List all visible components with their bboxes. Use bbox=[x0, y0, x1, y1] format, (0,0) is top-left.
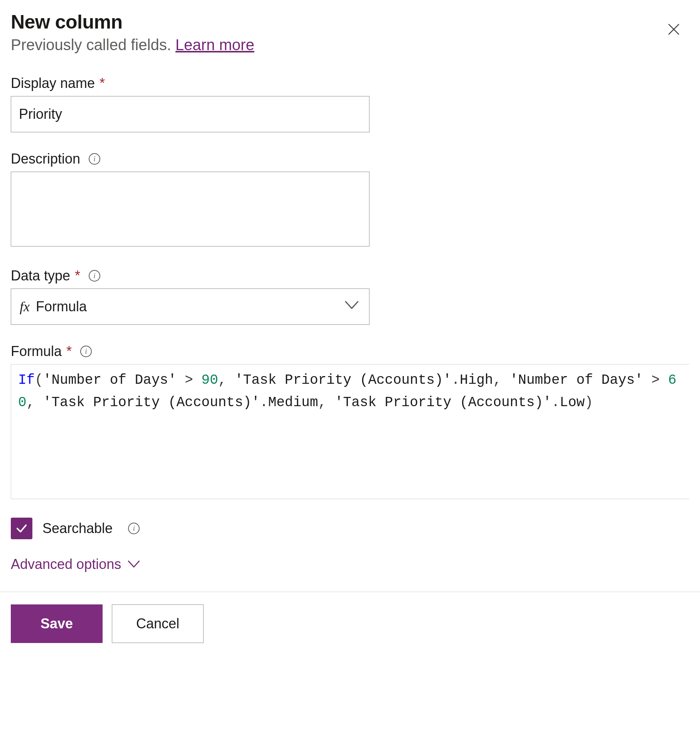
learn-more-link[interactable]: Learn more bbox=[175, 36, 255, 53]
required-marker: * bbox=[66, 343, 72, 359]
info-icon[interactable]: i bbox=[89, 153, 100, 165]
panel-footer: Save Cancel bbox=[0, 592, 700, 666]
required-marker: * bbox=[100, 75, 105, 91]
description-label: Description bbox=[11, 151, 80, 167]
check-icon bbox=[15, 522, 28, 535]
searchable-label: Searchable bbox=[42, 520, 113, 537]
new-column-panel: New column Previously called fields. Lea… bbox=[0, 0, 700, 588]
data-type-select[interactable]: fx Formula bbox=[11, 289, 369, 325]
description-label-row: Description i bbox=[11, 151, 689, 167]
formula-label-row: Formula * i bbox=[11, 343, 689, 359]
panel-title: New column bbox=[11, 11, 689, 33]
description-input[interactable] bbox=[11, 172, 369, 246]
close-button[interactable] bbox=[663, 19, 685, 40]
chevron-down-icon bbox=[344, 300, 359, 313]
info-icon[interactable]: i bbox=[80, 346, 92, 357]
required-marker: * bbox=[75, 268, 80, 284]
formula-editor[interactable]: If('Number of Days' > 90, 'Task Priority… bbox=[11, 364, 689, 499]
display-name-label-row: Display name * bbox=[11, 75, 689, 91]
display-name-input[interactable] bbox=[11, 96, 369, 132]
chevron-down-icon bbox=[127, 560, 140, 569]
close-icon bbox=[667, 23, 680, 36]
searchable-row: Searchable i bbox=[11, 518, 689, 539]
searchable-checkbox[interactable] bbox=[11, 518, 32, 539]
formula-label: Formula bbox=[11, 343, 62, 359]
display-name-field: Display name * bbox=[11, 75, 689, 132]
info-icon[interactable]: i bbox=[89, 270, 100, 282]
panel-subtitle: Previously called fields. Learn more bbox=[11, 36, 689, 54]
advanced-options-label: Advanced options bbox=[11, 556, 121, 572]
data-type-value: Formula bbox=[36, 299, 87, 315]
subtitle-text: Previously called fields. bbox=[11, 36, 175, 53]
description-field: Description i bbox=[11, 151, 689, 249]
data-type-label-row: Data type * i bbox=[11, 268, 689, 284]
formula-field: Formula * i If('Number of Days' > 90, 'T… bbox=[11, 343, 689, 499]
fx-icon: fx bbox=[20, 299, 30, 315]
data-type-label: Data type bbox=[11, 268, 70, 284]
info-icon[interactable]: i bbox=[128, 523, 140, 534]
cancel-button[interactable]: Cancel bbox=[112, 604, 204, 643]
display-name-label: Display name bbox=[11, 75, 95, 91]
data-type-field: Data type * i fx Formula bbox=[11, 268, 689, 325]
save-button[interactable]: Save bbox=[11, 604, 103, 643]
advanced-options-toggle[interactable]: Advanced options bbox=[11, 556, 140, 572]
